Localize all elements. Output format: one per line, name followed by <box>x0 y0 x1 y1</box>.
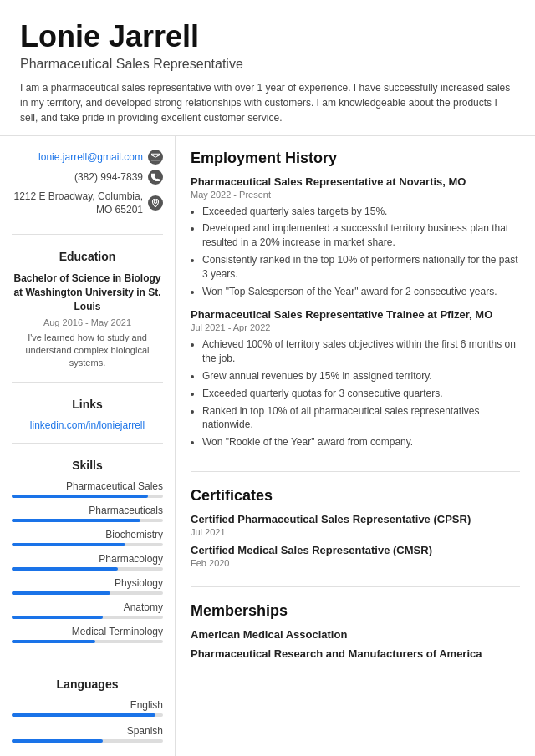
contact-section: lonie.jarrell@gmail.com (382) 994-7839 1… <box>12 150 163 236</box>
skill-bar-bg <box>12 567 163 571</box>
job-title: Pharmaceutical Sales Representative Trai… <box>191 308 520 321</box>
bullet-item: Exceeded quarterly sales targets by 15%. <box>202 205 520 219</box>
job-entry: Pharmaceutical Sales Representative Trai… <box>191 308 520 449</box>
phone-text: (382) 994-7839 <box>74 171 143 183</box>
skill-bar-fill <box>12 616 103 619</box>
person-title: Pharmaceutical Sales Representative <box>20 57 515 72</box>
language-name: Spanish <box>12 725 163 737</box>
job-title: Pharmaceutical Sales Representative at N… <box>191 175 520 188</box>
contact-address: 1212 E Broadway, Columbia, MO 65201 <box>12 190 163 218</box>
skill-item: Anatomy <box>12 601 163 619</box>
links-section: Links linkedin.com/in/loniejarrell <box>12 398 163 444</box>
membership-item: Pharmaceutical Research and Manufacturer… <box>191 647 520 660</box>
skill-bar-fill <box>12 567 118 571</box>
language-bar-bg <box>12 739 163 743</box>
job-entry: Pharmaceutical Sales Representative at N… <box>191 175 520 299</box>
skill-bar-fill <box>12 495 148 498</box>
language-item: Spanish <box>12 725 163 743</box>
left-column: lonie.jarrell@gmail.com (382) 994-7839 1… <box>0 136 176 756</box>
language-bar-fill <box>12 713 155 717</box>
bullet-item: Won "Rookie of the Year" award from comp… <box>202 435 520 449</box>
skill-bar-fill <box>12 519 140 522</box>
cert-date: Jul 2021 <box>191 527 520 537</box>
location-icon <box>148 195 163 211</box>
language-item: English <box>12 699 163 717</box>
certificates-list: Certified Pharmaceutical Sales Represent… <box>191 513 520 568</box>
skill-name: Pharmaceutical Sales <box>12 480 163 492</box>
education-section: Education Bachelor of Science in Biology… <box>12 250 163 383</box>
certificates-section: Certificates Certified Pharmaceutical Sa… <box>191 487 520 587</box>
skills-heading: Skills <box>12 459 163 472</box>
skill-item: Pharmacology <box>12 553 163 571</box>
edu-degree: Bachelor of Science in Biology at Washin… <box>12 271 163 313</box>
skill-item: Physiology <box>12 577 163 595</box>
memberships-section: Memberships American Medical Association… <box>191 602 520 678</box>
email-link[interactable]: lonie.jarrell@gmail.com <box>38 151 143 163</box>
email-icon <box>148 150 163 165</box>
languages-section: Languages English Spanish <box>12 677 163 756</box>
skill-name: Physiology <box>12 577 163 589</box>
cert-title: Certified Medical Sales Representative (… <box>191 544 520 556</box>
skill-name: Biochemistry <box>12 529 163 540</box>
bullet-item: Ranked in top 10% of all pharmaceutical … <box>202 404 520 433</box>
contact-phone: (382) 994-7839 <box>12 170 163 185</box>
bullet-item: Consistently ranked in the top 10% of pe… <box>202 253 520 282</box>
skill-item: Medical Terminology <box>12 626 163 643</box>
languages-heading: Languages <box>12 677 163 691</box>
membership-item: American Medical Association <box>191 628 520 641</box>
skill-bar-bg <box>12 616 163 619</box>
skill-bar-bg <box>12 495 163 498</box>
languages-list: English Spanish <box>12 699 163 743</box>
skill-name: Anatomy <box>12 601 163 613</box>
cert-title: Certified Pharmaceutical Sales Represent… <box>191 513 520 525</box>
person-summary: I am a pharmaceutical sales representati… <box>20 80 515 125</box>
skill-bar-bg <box>12 640 163 643</box>
certificates-heading: Certificates <box>191 487 520 505</box>
svg-point-0 <box>154 200 157 204</box>
skill-item: Pharmaceutical Sales <box>12 480 163 498</box>
job-bullets: Achieved 100% of territory sales objecti… <box>191 337 520 449</box>
skill-bar-fill <box>12 543 125 546</box>
employment-list: Pharmaceutical Sales Representative at N… <box>191 175 520 449</box>
contact-email[interactable]: lonie.jarrell@gmail.com <box>12 150 163 165</box>
top-section: Lonie Jarrell Pharmaceutical Sales Repre… <box>0 0 535 136</box>
skill-bar-bg <box>12 543 163 546</box>
skills-list: Pharmaceutical Sales Pharmaceuticals Bio… <box>12 480 163 643</box>
resume-container: Lonie Jarrell Pharmaceutical Sales Repre… <box>0 0 535 756</box>
certificate-entry: Certified Pharmaceutical Sales Represent… <box>191 513 520 537</box>
memberships-heading: Memberships <box>191 602 520 620</box>
language-bar-fill <box>12 739 103 743</box>
skill-item: Pharmaceuticals <box>12 505 163 522</box>
skill-bar-bg <box>12 591 163 595</box>
employment-heading: Employment History <box>191 150 520 167</box>
certificate-entry: Certified Medical Sales Representative (… <box>191 544 520 568</box>
job-bullets: Exceeded quarterly sales targets by 15%.… <box>191 205 520 299</box>
skill-bar-fill <box>12 591 110 595</box>
address-text: 1212 E Broadway, Columbia, MO 65201 <box>12 190 143 218</box>
linkedin-link[interactable]: linkedin.com/in/loniejarrell <box>12 419 163 431</box>
edu-dates: Aug 2016 - May 2021 <box>12 317 163 327</box>
skills-section: Skills Pharmaceutical Sales Pharmaceutic… <box>12 459 163 662</box>
cert-date: Feb 2020 <box>191 558 520 568</box>
language-name: English <box>12 699 163 711</box>
person-name: Lonie Jarrell <box>20 20 515 53</box>
right-column: Employment History Pharmaceutical Sales … <box>176 136 535 756</box>
skill-bar-bg <box>12 519 163 522</box>
main-columns: lonie.jarrell@gmail.com (382) 994-7839 1… <box>0 136 535 756</box>
memberships-list: American Medical AssociationPharmaceutic… <box>191 628 520 660</box>
education-heading: Education <box>12 250 163 263</box>
bullet-item: Won "Top Salesperson of the Year" award … <box>202 285 520 299</box>
skill-bar-fill <box>12 640 95 643</box>
bullet-item: Grew annual revenues by 15% in assigned … <box>202 369 520 383</box>
skill-name: Pharmacology <box>12 553 163 565</box>
employment-section: Employment History Pharmaceutical Sales … <box>191 150 520 472</box>
links-heading: Links <box>12 398 163 411</box>
edu-description: I've learned how to study and understand… <box>12 332 163 370</box>
job-dates: Jul 2021 - Apr 2022 <box>191 322 520 332</box>
job-dates: May 2022 - Present <box>191 190 520 200</box>
bullet-item: Developed and implemented a successful t… <box>202 221 520 250</box>
skill-name: Pharmaceuticals <box>12 505 163 516</box>
language-bar-bg <box>12 713 163 717</box>
skill-name: Medical Terminology <box>12 626 163 637</box>
bullet-item: Achieved 100% of territory sales objecti… <box>202 337 520 366</box>
